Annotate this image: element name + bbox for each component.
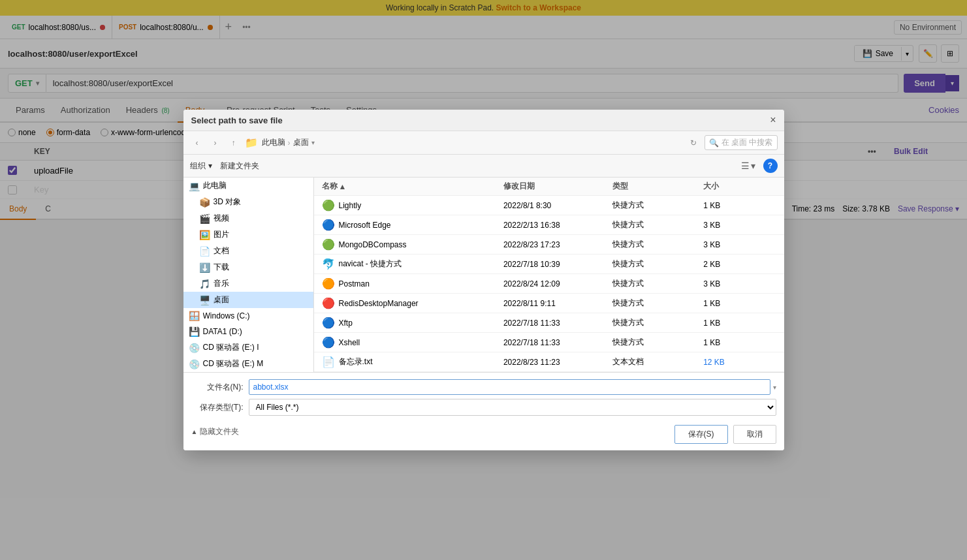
organize-arrow-icon: ▾ bbox=[208, 161, 212, 170]
dialog-path-bar: ‹ › ↑ 📁 此电脑 › 桌面 ▾ ↻ 🔍 在 桌面 中搜索 bbox=[183, 131, 784, 155]
sidebar-item-video[interactable]: 🎬 视频 bbox=[183, 210, 313, 220]
dialog-filelist: 名称 ▲ 修改日期 类型 大小 🟢 Lightly 2022/8/1 8:30 … bbox=[314, 178, 784, 220]
sort-arrow: ▲ bbox=[339, 182, 347, 191]
refresh-button[interactable]: ↻ bbox=[686, 136, 701, 150]
file-name-cell: 🔵 Microsoft Edge bbox=[322, 219, 503, 220]
search-placeholder: 在 桌面 中搜索 bbox=[721, 137, 773, 148]
sidebar-item-3d[interactable]: 📦 3D 对象 bbox=[183, 194, 313, 210]
up-button[interactable]: ↑ bbox=[227, 136, 241, 150]
dialog-overlay: Select path to save file × ‹ › ↑ 📁 此电脑 ›… bbox=[0, 0, 967, 220]
path-dropdown-arrow[interactable]: ▾ bbox=[311, 139, 315, 146]
path-breadcrumb: 此电脑 › 桌面 ▾ bbox=[262, 137, 682, 148]
forward-button[interactable]: › bbox=[208, 136, 223, 150]
path-segment-desktop[interactable]: 桌面 bbox=[293, 137, 309, 148]
file-type: 快捷方式 bbox=[612, 219, 703, 220]
file-name: Lightly bbox=[339, 201, 362, 210]
file-icon: 🔵 bbox=[322, 219, 335, 220]
filelist-row[interactable]: 🔵 Microsoft Edge 2022/2/13 16:38 快捷方式 3 … bbox=[314, 215, 784, 220]
path-separator-1: › bbox=[288, 138, 291, 148]
col-type[interactable]: 类型 bbox=[612, 181, 703, 192]
computer-icon: 💻 bbox=[189, 181, 200, 191]
file-name-cell: 🟢 Lightly bbox=[322, 199, 503, 211]
col-name[interactable]: 名称 ▲ bbox=[322, 181, 503, 192]
sidebar-item-computer[interactable]: 💻 此电脑 bbox=[183, 178, 313, 194]
dialog-title: Select path to save file bbox=[191, 116, 283, 125]
filelist-header: 名称 ▲ 修改日期 类型 大小 bbox=[314, 178, 784, 196]
view-icon: ☰ bbox=[741, 161, 750, 171]
file-type: 快捷方式 bbox=[612, 200, 703, 211]
organize-button[interactable]: 组织 ▾ bbox=[190, 161, 212, 172]
file-date: 2022/8/1 8:30 bbox=[503, 201, 612, 210]
dialog-body: 💻 此电脑 📦 3D 对象 🎬 视频 🖼️ 图片 📄 文档 bbox=[183, 178, 784, 220]
new-folder-button[interactable]: 新建文件夹 bbox=[220, 161, 259, 172]
col-size[interactable]: 大小 bbox=[703, 181, 776, 192]
sidebar-3d-label: 3D 对象 bbox=[214, 196, 242, 208]
dialog-sidebar: 💻 此电脑 📦 3D 对象 🎬 视频 🖼️ 图片 📄 文档 bbox=[183, 178, 314, 220]
folder-icon: 📁 bbox=[245, 136, 258, 149]
sidebar-video-label: 视频 bbox=[214, 213, 229, 220]
dialog-title-bar: Select path to save file × bbox=[183, 110, 784, 131]
filelist-rows: 🟢 Lightly 2022/8/1 8:30 快捷方式 1 KB 🔵 Micr… bbox=[314, 196, 784, 220]
path-search-box: 🔍 在 桌面 中搜索 bbox=[705, 135, 778, 150]
help-button[interactable]: ? bbox=[763, 159, 778, 173]
organize-label: 组织 bbox=[190, 161, 206, 172]
file-icon: 🟢 bbox=[322, 199, 335, 211]
file-size: 1 KB bbox=[703, 201, 776, 210]
video-icon: 🎬 bbox=[199, 213, 210, 221]
sidebar-computer-label: 此电脑 bbox=[203, 180, 227, 191]
dialog-close-button[interactable]: × bbox=[770, 115, 776, 125]
filelist-row[interactable]: 🟢 Lightly 2022/8/1 8:30 快捷方式 1 KB bbox=[314, 196, 784, 215]
dialog-toolbar: 组织 ▾ 新建文件夹 ☰ ▾ ? bbox=[183, 155, 784, 178]
save-file-dialog: Select path to save file × ‹ › ↑ 📁 此电脑 ›… bbox=[183, 110, 784, 220]
col-date[interactable]: 修改日期 bbox=[503, 181, 612, 192]
view-button[interactable]: ☰ ▾ bbox=[741, 161, 755, 171]
back-button[interactable]: ‹ bbox=[190, 136, 204, 150]
path-segment-computer[interactable]: 此电脑 bbox=[262, 137, 285, 148]
3d-icon: 📦 bbox=[199, 197, 210, 208]
view-arrow-icon: ▾ bbox=[751, 161, 755, 171]
search-icon: 🔍 bbox=[709, 138, 719, 148]
